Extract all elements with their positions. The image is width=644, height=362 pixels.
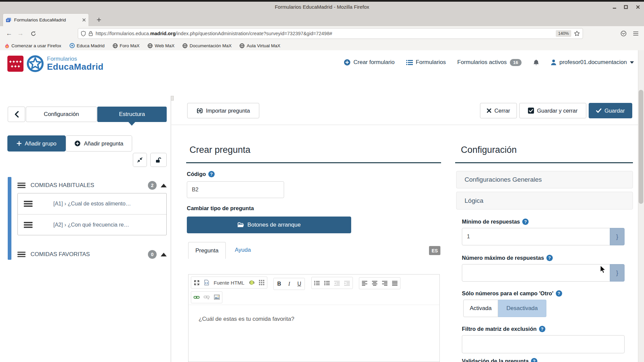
collapse-caret-icon[interactable]: [161, 184, 167, 187]
drag-handle-icon[interactable]: [24, 222, 33, 228]
url-text: https://formularios.educa.madrid.org/ind…: [96, 31, 553, 36]
add-group-button[interactable]: Añadir grupo: [7, 135, 66, 152]
editor-content[interactable]: ¿Cuál de estas es tu comida favorita?: [189, 305, 439, 322]
tab-ayuda[interactable]: Ayuda: [235, 247, 251, 253]
bookmark-item[interactable]: Aula Virtual MaX: [239, 43, 280, 48]
close-button[interactable]: Cerrar: [480, 103, 517, 118]
indent-icon[interactable]: [342, 278, 352, 288]
nav-create-form[interactable]: Crear formulario: [344, 59, 395, 66]
source-document-icon[interactable]: [202, 278, 212, 288]
reload-button[interactable]: [28, 28, 38, 39]
tab-pregunta[interactable]: Pregunta: [188, 242, 226, 259]
max-answers-input[interactable]: [462, 264, 610, 282]
active-forms-badge: 16: [510, 59, 522, 66]
bookmark-item[interactable]: Comenzar a usar Firefox: [5, 43, 61, 48]
user-menu[interactable]: profesor01.documentacion: [551, 59, 634, 66]
maximize-icon[interactable]: [192, 278, 202, 288]
question-text[interactable]: ¿Cuál de estas es tu comida favorita?: [199, 316, 294, 322]
nav-forms[interactable]: Formularios: [406, 59, 446, 66]
url-field[interactable]: https://formularios.educa.madrid.org/ind…: [78, 28, 583, 39]
save-button[interactable]: Guardar: [589, 103, 632, 118]
pocket-icon[interactable]: [619, 28, 629, 39]
help-icon[interactable]: ?: [208, 171, 215, 177]
italic-button[interactable]: I: [284, 279, 294, 289]
plus-circle-icon: [74, 140, 80, 146]
ordered-list-icon[interactable]: [312, 278, 322, 288]
drag-handle-icon[interactable]: [17, 183, 25, 188]
help-icon[interactable]: ?: [522, 219, 529, 225]
app-logo-text[interactable]: Formularios EducaMadrid: [47, 56, 104, 72]
import-icon: [197, 108, 203, 114]
underline-button[interactable]: U: [294, 279, 304, 289]
help-icon[interactable]: ?: [539, 326, 545, 332]
question-type-button[interactable]: Botones de arranque: [187, 217, 351, 233]
group-row-comidas-habituales[interactable]: COMIDAS HABITUALES 2: [17, 180, 167, 191]
group-label[interactable]: COMIDAS FAVORITAS: [31, 251, 148, 258]
help-icon[interactable]: ?: [546, 255, 553, 261]
unlock-button[interactable]: [150, 153, 167, 167]
new-tab-button[interactable]: [94, 15, 104, 25]
tab-close-icon[interactable]: [82, 18, 86, 22]
expression-lime-icon[interactable]: [247, 278, 257, 288]
toggle-activada[interactable]: Activada: [463, 300, 498, 317]
align-right-icon[interactable]: [380, 278, 390, 288]
tab-estructura[interactable]: Estructura: [97, 107, 167, 122]
unlink-icon[interactable]: [202, 292, 212, 302]
question-label[interactable]: [A2] › ¿Con qué frecuencia re…: [53, 222, 129, 228]
help-icon[interactable]: ?: [556, 290, 562, 297]
bell-icon: [533, 59, 539, 66]
maximize-button[interactable]: [621, 2, 631, 12]
align-justify-icon[interactable]: [390, 278, 400, 288]
forward-button[interactable]: →: [15, 28, 25, 39]
expression-addon-button[interactable]: }: [610, 264, 625, 282]
bookmark-item[interactable]: Web MaX: [148, 43, 174, 48]
close-window-button[interactable]: [633, 2, 643, 12]
source-button-label[interactable]: Fuente HTML: [212, 280, 247, 286]
collapse-all-button[interactable]: [133, 153, 147, 167]
tab-configuracion[interactable]: Configuración: [26, 107, 97, 122]
section-logic[interactable]: Lógica: [456, 192, 633, 209]
toggle-desactivada[interactable]: Desactivada: [498, 300, 546, 317]
image-icon[interactable]: [212, 292, 222, 302]
scrollbar-thumb[interactable]: [639, 90, 643, 204]
question-row-a1[interactable]: [A1] › ¿Cual de estos alimento…: [18, 193, 166, 215]
expression-addon-button[interactable]: }: [610, 228, 625, 245]
plus-circle-icon: [344, 59, 351, 66]
sidebar-collapse-button[interactable]: [8, 107, 25, 122]
bookmark-star-icon[interactable]: [574, 31, 580, 37]
bookmark-item[interactable]: Educa Madrid: [69, 43, 105, 48]
code-input[interactable]: [187, 181, 284, 198]
zoom-level-badge[interactable]: 140%: [556, 30, 571, 37]
group-label[interactable]: COMIDAS HABITUALES: [31, 182, 148, 189]
drag-handle-icon[interactable]: [17, 252, 25, 257]
save-and-close-button[interactable]: Guardar y cerrar: [519, 103, 586, 118]
tracking-shield-icon[interactable]: [81, 31, 86, 37]
minimize-button[interactable]: [610, 2, 619, 12]
question-label[interactable]: [A1] › ¿Cual de estos alimento…: [53, 201, 131, 207]
lock-icon[interactable]: [89, 31, 93, 36]
question-list: [A1] › ¿Cual de estos alimento… [A2] › ¿…: [17, 193, 167, 235]
question-row-a2[interactable]: [A2] › ¿Con qué frecuencia re…: [18, 215, 166, 235]
drag-handle-icon[interactable]: [24, 201, 33, 207]
notifications-bell[interactable]: [533, 59, 539, 66]
section-general-settings[interactable]: Configuraciones Generales: [456, 171, 633, 188]
array-filter-input[interactable]: [462, 335, 625, 353]
outdent-icon[interactable]: [332, 278, 342, 288]
min-answers-input[interactable]: [462, 228, 610, 245]
grid-icon[interactable]: [257, 278, 267, 288]
import-question-button[interactable]: Importar pregunta: [187, 103, 259, 118]
bookmark-item[interactable]: Foro MaX: [113, 43, 140, 48]
link-icon[interactable]: [192, 292, 202, 302]
group-row-comidas-favoritas[interactable]: COMIDAS FAVORITAS 0: [17, 249, 167, 260]
bold-button[interactable]: B: [274, 279, 284, 289]
collapse-caret-icon[interactable]: [161, 253, 167, 256]
nav-active-forms[interactable]: Formularios activos 16: [457, 59, 521, 66]
bullet-list-icon[interactable]: [322, 278, 332, 288]
browser-tab[interactable]: Formularios EducaMadrid: [3, 13, 89, 26]
add-question-button[interactable]: Añadir pregunta: [66, 135, 132, 152]
align-left-icon[interactable]: [360, 278, 370, 288]
menu-hamburger-icon[interactable]: [631, 28, 641, 39]
back-button[interactable]: ←: [4, 28, 14, 39]
align-center-icon[interactable]: [370, 278, 380, 288]
bookmark-item[interactable]: Documentación MaX: [182, 43, 231, 48]
